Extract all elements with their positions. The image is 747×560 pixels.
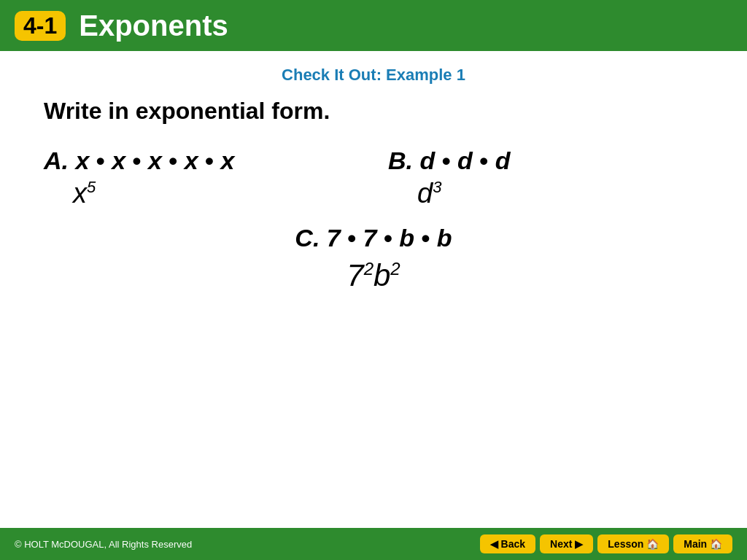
copyright: © HOLT McDOUGAL, All Rights Reserved [15, 539, 192, 550]
problems-row-ab: A. x • x • x • x • x x5 B. d • d • d d3 [36, 147, 711, 209]
lesson-button[interactable]: Lesson 🏠 [597, 534, 669, 553]
main-button[interactable]: Main 🏠 [673, 534, 732, 553]
lesson-badge: 4-1 [15, 11, 66, 41]
problem-a-answer: x5 [73, 178, 366, 209]
back-button[interactable]: ◀ Back [480, 534, 535, 553]
header: 4-1 Exponents [0, 0, 747, 51]
nav-buttons: ◀ Back Next ▶ Lesson 🏠 Main 🏠 [480, 534, 732, 553]
problem-a: A. x • x • x • x • x x5 [36, 147, 366, 209]
next-button[interactable]: Next ▶ [540, 534, 593, 553]
main-content: Check It Out: Example 1 Write in exponen… [0, 51, 747, 528]
problem-b: B. d • d • d d3 [366, 147, 711, 209]
problem-c-answer: 72b2 [347, 258, 400, 293]
problem-a-label: A. x • x • x • x • x [44, 147, 366, 175]
problem-b-label: B. d • d • d [388, 147, 711, 175]
problem-c-row: C. 7 • 7 • b • b 72b2 [36, 224, 711, 293]
subtitle: Check It Out: Example 1 [36, 66, 711, 85]
problem-c-label: C. 7 • 7 • b • b [295, 224, 452, 252]
footer: © HOLT McDOUGAL, All Rights Reserved ◀ B… [0, 528, 747, 560]
instruction: Write in exponential form. [44, 98, 711, 125]
lesson-title: Exponents [79, 9, 228, 42]
problem-b-answer: d3 [417, 178, 711, 209]
